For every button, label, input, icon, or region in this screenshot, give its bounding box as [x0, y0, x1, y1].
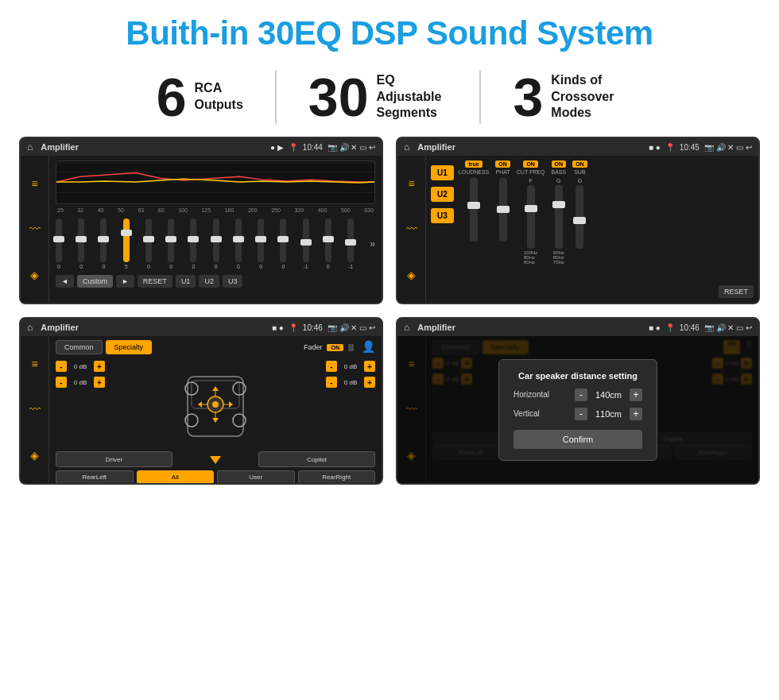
eq-slider-0[interactable]: 0	[56, 216, 62, 272]
fader-sidebar-wave-icon[interactable]: 〰	[29, 403, 41, 416]
vertical-plus-btn[interactable]: +	[630, 408, 642, 420]
phat-slider[interactable]	[499, 178, 507, 242]
dialog-home-icon[interactable]: ⌂	[404, 322, 409, 333]
eq-prev-btn[interactable]: ◄	[56, 275, 74, 288]
stats-row: 6 RCAOutputs 30 EQ AdjustableSegments 3 …	[0, 62, 779, 137]
cutfreq-on[interactable]: ON	[523, 160, 538, 168]
driver-btn[interactable]: Driver	[56, 451, 172, 467]
dialog-time: 10:46	[680, 323, 700, 332]
all-btn[interactable]: All	[137, 470, 215, 484]
rearleft-btn[interactable]: RearLeft	[56, 470, 134, 484]
phat-on[interactable]: ON	[495, 160, 510, 168]
eq-play-btn[interactable]: ►	[116, 275, 134, 288]
eq-slider-more[interactable]: »	[370, 216, 375, 272]
crossover-home-icon[interactable]: ⌂	[404, 141, 409, 153]
crossover-sidebar-wave-icon[interactable]: 〰	[406, 222, 417, 235]
loudness-label: LOUDNESS	[459, 169, 490, 175]
horizontal-control: - 140cm +	[575, 389, 642, 401]
crossover-sidebar-speaker-icon[interactable]: ◈	[407, 269, 416, 281]
eq-slider-8[interactable]: 0	[235, 216, 242, 272]
eq-sidebar-wave-icon[interactable]: 〰	[29, 222, 41, 235]
bass-on[interactable]: ON	[552, 160, 567, 168]
fr-plus-btn[interactable]: +	[364, 361, 375, 372]
fader-screen-body: ≡ 〰 ◈ Common Specialty Fader ON ||| 👤	[21, 336, 382, 483]
eq-slider-2[interactable]: 0	[100, 216, 107, 272]
stat-eq-text: EQ AdjustableSegments	[376, 72, 448, 122]
svg-marker-20	[210, 456, 221, 464]
crossover-reset-btn[interactable]: RESET	[719, 285, 754, 298]
fader-time: 10:46	[303, 323, 323, 332]
eq-slider-1[interactable]: 0	[78, 216, 84, 272]
rearright-btn[interactable]: RearRight	[298, 470, 376, 484]
fader-tab-specialty[interactable]: Specialty	[106, 340, 153, 354]
rl-plus-btn[interactable]: +	[94, 377, 105, 388]
eq-slider-11[interactable]: -1	[303, 216, 309, 272]
eq-u3-btn[interactable]: U3	[223, 275, 243, 288]
eq-slider-4[interactable]: 0	[145, 216, 152, 272]
eq-u1-btn[interactable]: U1	[176, 275, 196, 288]
eq-slider-12[interactable]: 0	[325, 216, 331, 272]
horizontal-plus-btn[interactable]: +	[630, 389, 642, 401]
crossover-sidebar-eq-icon[interactable]: ≡	[408, 177, 414, 190]
stat-crossover-text: Kinds ofCrossover Modes	[551, 72, 622, 122]
eq-custom-btn[interactable]: Custom	[77, 275, 113, 288]
bass-slider[interactable]	[555, 185, 563, 249]
eq-slider-7[interactable]: 0	[213, 216, 219, 272]
eq-slider-5[interactable]: 0	[168, 216, 174, 272]
eq-u2-btn[interactable]: U2	[199, 275, 219, 288]
fr-db-value: 0 dB	[339, 363, 362, 370]
home-icon[interactable]: ⌂	[27, 141, 33, 153]
fr-minus-btn[interactable]: -	[326, 361, 337, 372]
fl-minus-btn[interactable]: -	[56, 361, 67, 372]
copilot-btn[interactable]: Copilot	[258, 451, 375, 467]
u1-button[interactable]: U1	[431, 165, 454, 180]
horizontal-minus-btn[interactable]: -	[575, 389, 587, 401]
sub-on[interactable]: ON	[572, 160, 587, 168]
fader-tab-common[interactable]: Common	[56, 340, 103, 354]
rl-minus-btn[interactable]: -	[56, 377, 67, 388]
fader-sidebar-speaker-icon[interactable]: ◈	[30, 449, 39, 462]
eq-sidebar-speaker-icon[interactable]: ◈	[30, 269, 39, 281]
loudness-on[interactable]: true	[465, 160, 482, 168]
dialog-title: Car speaker distance setting	[514, 371, 642, 381]
sub-slider[interactable]	[576, 185, 583, 249]
u2-button[interactable]: U2	[431, 187, 454, 202]
crossover-icons: ■ ●	[649, 143, 661, 152]
stat-eq: 30 EQ AdjustableSegments	[277, 70, 482, 124]
crossover-screen: ⌂ Amplifier ■ ● 📍 10:45 📷 🔊 ✕ ▭ ↩ ≡ 〰 ◈ …	[396, 137, 760, 304]
eq-dot-icons: ● ▶	[270, 143, 284, 152]
fader-location-icon: 📍	[289, 323, 298, 332]
cutfreq-slider[interactable]	[527, 185, 535, 249]
loudness-slider[interactable]	[470, 178, 478, 242]
eq-reset-btn[interactable]: RESET	[138, 275, 172, 288]
fl-plus-btn[interactable]: +	[94, 361, 105, 372]
page-title: Buith-in 30EQ DSP Sound System	[0, 0, 779, 62]
eq-sidebar-equalizer-icon[interactable]: ≡	[31, 177, 37, 190]
dialog-screen-body: ≡ 〰 ◈ Common Specialty ON ||| - 0	[397, 336, 758, 483]
eq-bottom-bar: ◄ Custom ► RESET U1 U2 U3	[56, 275, 375, 288]
u3-button[interactable]: U3	[431, 208, 454, 223]
eq-slider-6[interactable]: 0	[190, 216, 196, 272]
fader-profile-icon[interactable]: 👤	[362, 340, 375, 354]
user-btn[interactable]: User	[217, 470, 295, 484]
eq-slider-10[interactable]: 0	[280, 216, 286, 272]
fader-home-icon[interactable]: ⌂	[27, 322, 33, 333]
fr-db-control: - 0 dB +	[326, 361, 375, 372]
vertical-minus-btn[interactable]: -	[575, 408, 587, 420]
fader-on-toggle[interactable]: ON	[327, 344, 343, 351]
rr-plus-btn[interactable]: +	[364, 377, 375, 388]
eq-left-sidebar: ≡ 〰 ◈	[21, 156, 49, 303]
fader-sidebar-eq-icon[interactable]: ≡	[31, 358, 37, 370]
crossover-main-content: U1 U2 U3 true LOUDNESS ON	[426, 156, 758, 303]
rr-minus-btn[interactable]: -	[326, 377, 337, 388]
phat-section: ON PHAT	[495, 160, 510, 298]
confirm-button[interactable]: Confirm	[514, 430, 642, 449]
rr-db-value: 0 dB	[339, 379, 362, 386]
eq-slider-13[interactable]: -1	[347, 216, 354, 272]
bass-label: BASS	[551, 169, 566, 175]
eq-slider-9[interactable]: 0	[258, 216, 264, 272]
eq-slider-3[interactable]: 5	[123, 216, 130, 272]
crossover-title: Amplifier	[417, 142, 644, 152]
fader-title: Amplifier	[41, 323, 267, 332]
stat-rca: 6 RCAOutputs	[125, 70, 277, 124]
